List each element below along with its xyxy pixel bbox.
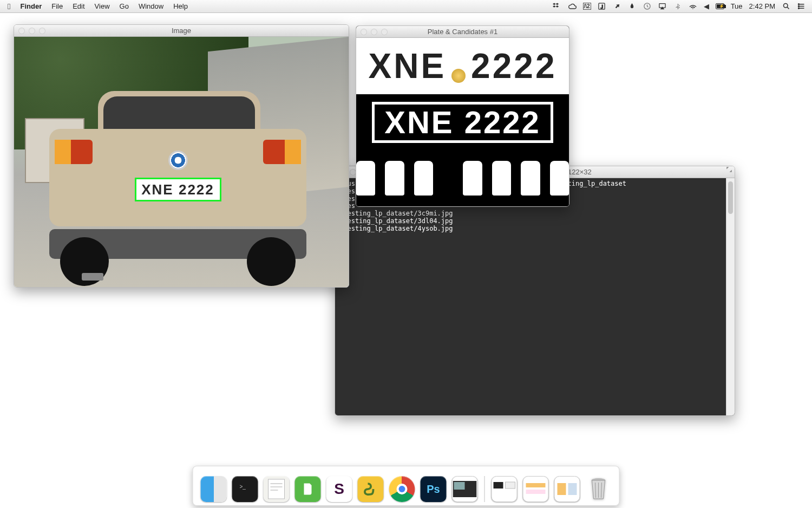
svg-rect-26 — [568, 483, 577, 495]
wifi-icon[interactable] — [689, 2, 697, 11]
apple-menu-icon[interactable]:  — [8, 2, 10, 10]
source-image: XNE 2222 — [14, 37, 349, 287]
zoom-button[interactable] — [39, 28, 45, 34]
dock-chrome[interactable] — [389, 476, 415, 502]
plate-char-candidates — [356, 150, 569, 206]
svg-rect-23 — [526, 490, 546, 494]
svg-rect-20 — [506, 482, 515, 489]
image-window[interactable]: Image XNE 2222 — [14, 24, 349, 288]
plate-threshold: XNE 2222 — [356, 94, 569, 151]
plate-seal-icon — [451, 69, 466, 83]
char-blob — [356, 161, 375, 196]
minimize-button[interactable] — [29, 28, 35, 34]
dock-photoshop-label: Ps — [427, 483, 440, 496]
dock-separator — [484, 476, 485, 502]
dock-finder[interactable] — [201, 476, 227, 502]
svg-rect-19 — [494, 482, 503, 489]
plate-window-title: Plate & Candidates #1 — [428, 28, 497, 36]
image-window-title: Image — [172, 27, 191, 35]
fullscreen-icon[interactable] — [726, 166, 732, 173]
bluetooth-icon[interactable] — [673, 2, 682, 11]
terminal-line: /testing_lp_dataset/3dl04.jpg — [339, 218, 730, 225]
plate-color-crop: XNE2222 — [356, 38, 569, 94]
menu-view[interactable]: View — [95, 2, 110, 10]
menu-bar:  Finder File Edit View Go Window Help /… — [0, 0, 812, 13]
terminal-title: 122×32 — [568, 168, 592, 176]
active-app-name[interactable]: Finder — [20, 2, 42, 10]
menu-help[interactable]: Help — [173, 2, 188, 10]
svg-point-9 — [798, 8, 799, 9]
dock-photoshop[interactable]: Ps — [421, 476, 447, 502]
bmw-badge-icon — [168, 151, 188, 170]
dock-slack[interactable]: S — [326, 476, 352, 502]
char-blob — [492, 161, 511, 196]
char-blob — [463, 161, 482, 196]
adobe-apps-count: 2 — [587, 3, 590, 9]
zoom-button[interactable] — [381, 29, 388, 35]
backblaze-icon[interactable] — [628, 2, 637, 11]
char-blob — [550, 161, 569, 196]
svg-rect-25 — [558, 483, 566, 495]
char-blob — [521, 161, 540, 196]
svg-rect-22 — [526, 483, 546, 487]
terminal-body[interactable]: /testing_lp_dataset urus /tes /tes /tes … — [335, 178, 735, 416]
close-button[interactable] — [18, 28, 25, 34]
clock-day[interactable]: Tue — [731, 2, 743, 10]
battery-icon[interactable]: ⚡ — [716, 2, 724, 11]
plate-candidates-window[interactable]: Plate & Candidates #1 XNE2222 XNE 2222 — [356, 25, 569, 207]
dock-evernote[interactable] — [295, 476, 321, 502]
dock-trash[interactable] — [586, 476, 612, 502]
car-illustration: XNE 2222 — [49, 91, 306, 286]
volume-icon[interactable]: ◀ — [704, 2, 709, 10]
dock-stack[interactable] — [523, 476, 549, 502]
dock-pycharm[interactable] — [358, 476, 384, 502]
svg-rect-17 — [454, 482, 465, 490]
dock-textedit[interactable] — [264, 476, 290, 502]
dock-minimized-window[interactable] — [452, 476, 478, 502]
dropbox-icon[interactable] — [553, 2, 561, 11]
detected-plate: XNE 2222 — [135, 178, 221, 201]
terminal-scrollbar[interactable] — [726, 178, 735, 415]
adobe-apps-icon[interactable]: /\2 — [583, 3, 591, 10]
svg-rect-12 — [269, 479, 285, 499]
clock-time[interactable]: 2:42 PM — [749, 2, 775, 10]
svg-text:>_: >_ — [240, 484, 246, 490]
dock-terminal[interactable]: >_ — [232, 476, 258, 502]
caffeine-icon[interactable] — [598, 2, 606, 11]
plate-stages: XNE2222 XNE 2222 — [356, 38, 569, 206]
char-blob — [414, 161, 433, 196]
svg-point-8 — [798, 6, 799, 7]
menu-go[interactable]: Go — [120, 2, 129, 10]
plate-threshold-text: XNE 2222 — [372, 102, 553, 143]
menu-file[interactable]: File — [51, 2, 63, 10]
image-titlebar[interactable]: Image — [14, 25, 349, 37]
dock-stack[interactable] — [492, 476, 518, 502]
mic-icon[interactable] — [613, 2, 621, 11]
terminal-line: /testing_lp_dataset/4ysob.jpg — [339, 225, 730, 233]
spotlight-icon[interactable] — [782, 2, 790, 11]
menu-edit[interactable]: Edit — [73, 2, 84, 10]
menu-window[interactable]: Window — [139, 2, 163, 10]
terminal-line: /testing_lp_dataset/3c9mi.jpg — [339, 210, 730, 218]
dock-stack[interactable] — [554, 476, 580, 502]
notification-center-icon[interactable] — [797, 2, 806, 11]
dock: >_ S Ps — [193, 466, 620, 506]
airplay-icon[interactable] — [658, 2, 667, 11]
char-blob — [385, 161, 404, 196]
headphones-icon[interactable] — [643, 2, 652, 11]
minimize-button[interactable] — [371, 29, 377, 35]
svg-point-7 — [798, 4, 799, 5]
close-button[interactable] — [361, 29, 367, 35]
svg-point-3 — [783, 4, 788, 8]
plate-titlebar[interactable]: Plate & Candidates #1 — [356, 26, 569, 38]
creative-cloud-icon[interactable] — [568, 2, 577, 11]
